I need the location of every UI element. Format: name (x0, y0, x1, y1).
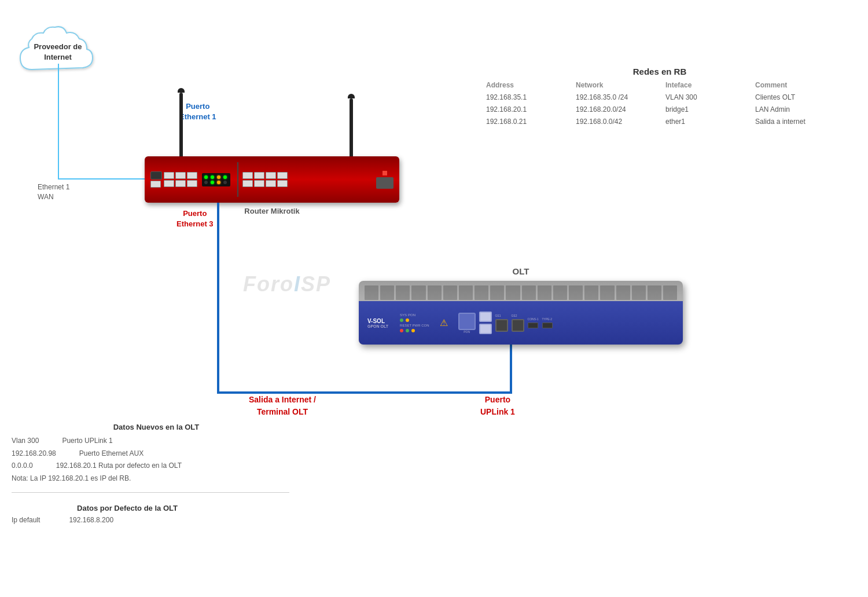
datos-ip-col1: 192.168.20.98 (12, 448, 56, 460)
eth-port-14 (277, 180, 288, 187)
eth-port-13 (277, 172, 288, 179)
sfp-port (150, 171, 162, 180)
watermark-dot: I (294, 272, 301, 296)
redes-header-address: Address (486, 81, 564, 91)
redes-row1-network: 192.168.35.0 /24 (576, 92, 654, 103)
olt-port-ge2 (512, 319, 524, 332)
eth-port-10 (254, 180, 264, 187)
datos-nuevos-content: Vlan 300 Puerto UPLink 1 192.168.20.98 P… (12, 435, 301, 485)
eth-port-8 (242, 180, 253, 187)
olt-port-rj45-1 (479, 312, 492, 322)
datos-nota: Nota: La IP 192.168.20.1 es IP del RB. (12, 474, 131, 482)
port-sfp2 (150, 181, 161, 188)
olt-brand: V-SOL GPON OLT (367, 318, 388, 328)
redes-table-title: Redes en RB (486, 67, 833, 76)
datos-nuevos-section: Datos Nuevos en la OLT Vlan 300 Puerto U… (12, 423, 301, 485)
datos-vlan-col2: Puerto UPLink 1 (62, 435, 112, 448)
eth-port-2 (164, 180, 174, 187)
olt-body: V-SOL GPON OLT SYSPON RESET PWR CON (359, 281, 683, 345)
led-3 (217, 175, 220, 179)
datos-def-col1: 0.0.0.0 (12, 460, 33, 473)
redes-row2-interface: bridge1 (665, 104, 744, 115)
olt-title-label: OLT (359, 266, 683, 276)
eth-port-12 (266, 180, 276, 187)
olt-ports-area: PON GE1 GE2 CONS-1 (458, 312, 553, 334)
antenna-left (179, 93, 183, 156)
olt-port-type2 (542, 323, 553, 328)
redes-row1-address: 192.168.35.1 (486, 92, 564, 103)
redes-row3-interface: ether1 (665, 116, 744, 127)
router-label: Router Mikrotik (244, 207, 299, 215)
led-5 (204, 181, 208, 184)
datos-defecto-col2: 192.168.8.200 (69, 516, 113, 524)
watermark: ForoISP (243, 272, 331, 296)
olt-led-pwr (406, 329, 409, 332)
cloud-label: Proveedor de Internet (26, 42, 90, 63)
puerto-uplink1-label: Puerto UPLink 1 (480, 394, 515, 418)
redes-row3-network: 192.168.0.0/42 (576, 116, 654, 127)
antenna-right (350, 98, 353, 156)
olt-container: OLT V-SOL GPON OLT SYSPON (359, 266, 683, 345)
redes-row2-network: 192.168.20.0/24 (576, 104, 654, 115)
puerto-ethernet3-label: Puerto Ethernet 3 (176, 208, 214, 229)
olt-port-ge1 (495, 319, 508, 332)
eth-port-6 (187, 180, 197, 187)
led-7 (217, 181, 220, 184)
led-8 (223, 181, 227, 184)
puerto-ethernet1-label: Puerto Ethernet 1 (179, 101, 216, 122)
olt-port-rj45-2 (479, 324, 492, 334)
redes-header-interface: Inteface (665, 81, 744, 91)
ethernet1-wan-label: Ethernet 1 WAN (38, 182, 69, 202)
redes-row3-comment: Salida a internet (755, 116, 833, 127)
led-4 (223, 175, 227, 179)
olt-port-pon1 (458, 313, 476, 330)
olt-led-reset (400, 329, 403, 332)
datos-defecto-col1: Ip default (12, 516, 40, 524)
separator-line (12, 492, 289, 493)
redes-row1-interface: VLAN 300 (665, 92, 744, 103)
datos-defecto-content: Ip default 192.168.8.200 (12, 516, 243, 524)
led-6 (211, 181, 214, 184)
datos-ip-col2: Puerto Ethernet AUX (79, 448, 144, 460)
eth-port-11 (266, 172, 276, 179)
router-container: Router Mikrotik (145, 156, 399, 208)
redes-row2-address: 192.168.20.1 (486, 104, 564, 115)
redes-row1-comment: Clientes OLT (755, 92, 833, 103)
eth1-wire-vertical (58, 64, 59, 180)
datos-defecto-section: Datos por Defecto de la OLT Ip default 1… (12, 504, 243, 524)
eth-port-4 (175, 180, 186, 187)
datos-def-col2: 192.168.20.1 Ruta por defecto en la OLT (56, 460, 182, 473)
datos-defecto-title: Datos por Defecto de la OLT (12, 504, 243, 512)
eth-port-9 (254, 172, 264, 179)
redes-row2-comment: LAN Admin (755, 104, 833, 115)
eth-port-7 (242, 172, 253, 179)
salida-label: Salida a Internet / Terminal OLT (249, 394, 316, 418)
watermark-text-post: SP (301, 272, 331, 296)
olt-port-cons1 (528, 323, 538, 328)
datos-nuevos-title: Datos Nuevos en la OLT (12, 423, 301, 431)
router-body: Router Mikrotik (145, 156, 399, 203)
warning-icon: ⚠ (440, 317, 448, 328)
redes-row3-address: 192.168.0.21 (486, 116, 564, 127)
redes-header-comment: Comment (755, 81, 833, 91)
olt-led-sys (400, 318, 403, 322)
olt-led-con (411, 329, 415, 332)
olt-front-panel: V-SOL GPON OLT SYSPON RESET PWR CON (359, 301, 683, 345)
redes-grid: Address Network Inteface Comment 192.168… (486, 81, 833, 128)
watermark-text-pre: Foro (243, 272, 294, 296)
olt-led-pon (406, 318, 409, 322)
redes-header-network: Network (576, 81, 654, 91)
eth-port-1 (164, 172, 174, 179)
datos-vlan-col1: Vlan 300 (12, 435, 39, 448)
led-1 (204, 175, 208, 179)
eth-port-5 (187, 172, 197, 179)
redes-table: Redes en RB Address Network Inteface Com… (486, 67, 833, 128)
led-2 (211, 175, 214, 179)
olt-grill (365, 285, 677, 300)
cable-vertical-1 (217, 203, 219, 394)
eth-port-3 (175, 172, 186, 179)
